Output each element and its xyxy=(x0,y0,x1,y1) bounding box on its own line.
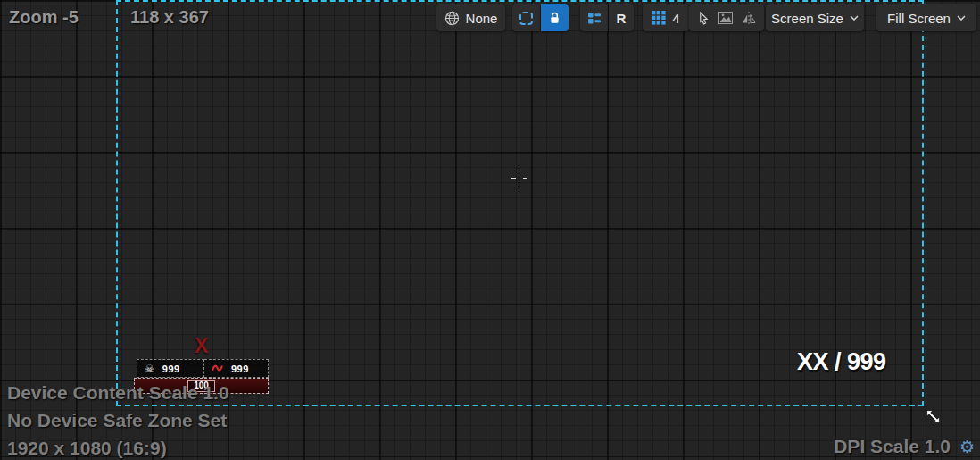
hud-ammo-widget[interactable]: 999 xyxy=(204,359,269,378)
preview-image-button[interactable] xyxy=(718,12,733,24)
canvas-resize-handle[interactable] xyxy=(925,408,942,429)
grid-icon xyxy=(652,11,666,25)
lock-icon xyxy=(549,12,561,24)
lock-widgets-button[interactable] xyxy=(541,4,569,31)
dashed-selection-icon xyxy=(519,12,533,25)
resolution-label: 1920 x 1080 (16:9) xyxy=(7,434,229,460)
device-content-scale-label: Device Content Scale 1.0 xyxy=(7,379,229,406)
fill-screen-label: Fill Screen xyxy=(887,11,951,26)
selection-outline-toggle-button[interactable] xyxy=(512,4,540,31)
localization-label: None xyxy=(466,11,498,26)
respect-locks-button[interactable]: R xyxy=(609,4,634,31)
align-list-icon xyxy=(587,11,602,25)
fill-screen-dropdown[interactable]: Fill Screen xyxy=(876,4,976,31)
viewport-icon-group xyxy=(689,4,764,31)
grid-snap-value: 4 xyxy=(672,11,679,26)
flip-mirror-button[interactable] xyxy=(742,12,756,24)
selection-size-label: 118 x 367 xyxy=(130,7,209,28)
screen-size-label: Screen Size xyxy=(771,11,843,26)
dpi-scale-label: DPI Scale 1.0 xyxy=(834,436,951,457)
skull-icon: ☠ xyxy=(145,364,154,374)
ammo-wave-icon xyxy=(212,364,223,373)
chevron-down-icon xyxy=(957,15,966,21)
grid-snap-button[interactable]: 4 xyxy=(643,4,689,31)
dpi-settings-gear-icon[interactable]: ⚙ xyxy=(959,439,975,456)
viewport-status-info: Device Content Scale 1.0 No Device Safe … xyxy=(7,379,229,460)
ammo-value: 999 xyxy=(231,364,249,374)
safe-zone-label: No Device Safe Zone Set xyxy=(7,406,229,434)
hud-close-x-text[interactable]: X xyxy=(195,334,208,358)
chevron-down-icon xyxy=(850,15,859,21)
respect-locks-label: R xyxy=(617,11,627,26)
cursor-crosshair xyxy=(511,171,527,187)
lives-value: 999 xyxy=(162,364,180,374)
canvas-outline xyxy=(116,0,924,406)
hud-lives-widget[interactable]: ☠ 999 xyxy=(137,359,204,378)
dpi-scale-group: DPI Scale 1.0 ⚙ xyxy=(834,436,975,457)
hud-ammo-row: ☠ 999 999 xyxy=(137,359,269,378)
select-cursor-button[interactable] xyxy=(698,12,710,25)
hud-counter-text[interactable]: XX / 999 xyxy=(797,348,886,376)
screen-size-dropdown[interactable]: Screen Size xyxy=(766,4,864,31)
umg-designer-viewport: Zoom -5 118 x 367 None R 4 xyxy=(0,0,980,460)
zoom-label: Zoom -5 xyxy=(9,7,79,28)
widget-outline-mode-button[interactable] xyxy=(580,4,608,31)
localization-preview-button[interactable]: None xyxy=(436,4,505,31)
globe-icon xyxy=(444,11,460,26)
